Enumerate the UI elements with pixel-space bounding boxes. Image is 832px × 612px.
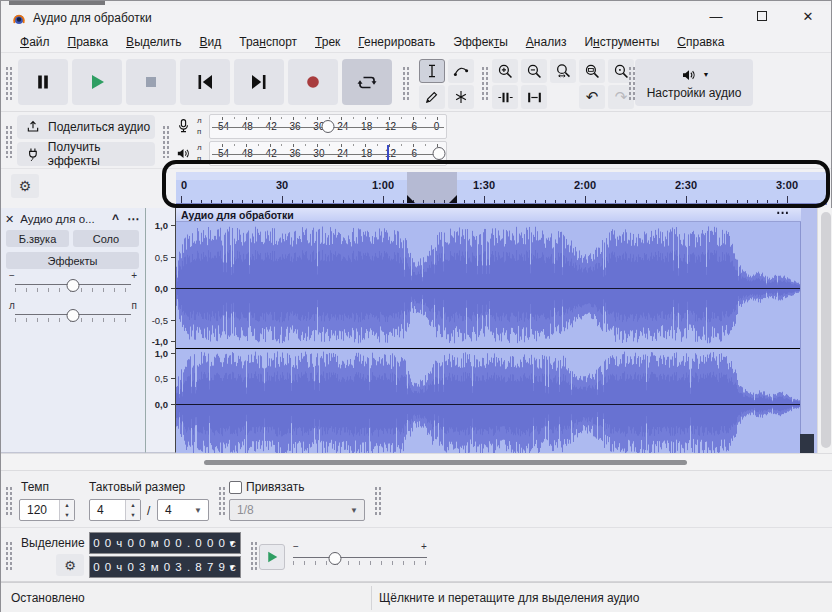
- zoom-in-button[interactable]: [492, 59, 518, 83]
- snap-value-select[interactable]: 1/8 ▼: [229, 499, 365, 521]
- loop-region-strip[interactable]: [176, 172, 827, 180]
- zoom-out-button[interactable]: [521, 59, 547, 83]
- selection-end-field[interactable]: 0 0 ч 0 3 м 0 3 . 8 7 9 с ▼: [89, 556, 241, 578]
- gain-slider-thumb[interactable]: [67, 279, 80, 292]
- menu-item[interactable]: Генерировать: [349, 32, 444, 52]
- horizontal-scrollbar-thumb[interactable]: [204, 460, 687, 465]
- playback-meter-scale[interactable]: -54-48-42-36-30-24-18-12-60: [209, 141, 447, 166]
- skip-to-end-button[interactable]: [234, 59, 284, 105]
- play-volume-slider-thumb[interactable]: [432, 147, 445, 160]
- draw-tool-button[interactable]: [419, 85, 445, 109]
- ruler-tick: [737, 200, 738, 203]
- close-button[interactable]: ✕: [785, 1, 831, 31]
- drag-handle[interactable]: [480, 65, 488, 101]
- waveform-canvas[interactable]: [176, 208, 817, 453]
- fit-project-button[interactable]: [579, 59, 605, 83]
- collapse-track-icon[interactable]: ^: [112, 212, 119, 226]
- pan-slider-thumb[interactable]: [67, 309, 80, 322]
- vertical-scale-ruler[interactable]: 1,00,50,0-0,5-1,01,00,50,0: [146, 208, 176, 453]
- recording-meter-scale[interactable]: -54-48-42-36-30-24-18-12-60: [209, 114, 447, 139]
- snap-checkbox[interactable]: [229, 481, 242, 494]
- menu-item[interactable]: Правка: [59, 32, 118, 52]
- selection-tool-button[interactable]: [419, 59, 445, 83]
- drag-handle[interactable]: [4, 65, 12, 101]
- silence-selection-button[interactable]: [521, 85, 547, 109]
- dropdown-icon[interactable]: ▼: [228, 539, 236, 548]
- drag-handle[interactable]: [401, 65, 409, 101]
- tempo-value[interactable]: 120: [20, 500, 59, 520]
- horizontal-scrollbar[interactable]: [1, 453, 832, 471]
- beats-spinner[interactable]: 4 ▲▼: [89, 499, 141, 521]
- get-effects-button[interactable]: Получить эффекты: [17, 142, 155, 166]
- menu-item[interactable]: Анализ: [517, 32, 576, 52]
- dropdown-icon[interactable]: ▼: [228, 563, 236, 572]
- loop-button[interactable]: [342, 59, 392, 105]
- drag-handle[interactable]: [4, 485, 12, 515]
- track-effects-button[interactable]: Эффекты: [6, 252, 139, 269]
- track-menu-icon[interactable]: ⋯: [127, 212, 139, 226]
- menu-item[interactable]: Вид: [191, 32, 231, 52]
- play-at-speed-button[interactable]: [259, 544, 285, 570]
- selection-start-field[interactable]: 0 0 ч 0 0 м 0 0 . 0 0 0 с ▼: [89, 532, 241, 554]
- undo-button[interactable]: ↶: [579, 85, 605, 109]
- menu-item[interactable]: Выделить: [117, 32, 190, 52]
- clip-menu-icon[interactable]: ⋯: [776, 208, 789, 220]
- play-speed-slider[interactable]: [293, 557, 427, 565]
- record-button[interactable]: [288, 59, 338, 105]
- minimize-button[interactable]: —: [693, 1, 739, 31]
- vertical-scrollbar[interactable]: [817, 208, 832, 453]
- drag-handle[interactable]: [4, 540, 12, 570]
- timeline-ruler[interactable]: 0301:001:302:002:303:00: [176, 172, 827, 205]
- playback-meter[interactable]: лп -54-48-42-36-30-24-18-12-60: [171, 141, 447, 167]
- drag-handle[interactable]: [161, 124, 169, 158]
- drag-handle[interactable]: [4, 124, 12, 158]
- pause-button[interactable]: [18, 59, 68, 105]
- maximize-button[interactable]: [739, 1, 785, 31]
- clip-header-strip[interactable]: Аудио для обработки ⋯: [176, 208, 801, 222]
- drag-handle[interactable]: [373, 485, 381, 515]
- multi-tool-button[interactable]: [448, 85, 474, 109]
- note-value-select[interactable]: 4 ▼: [157, 499, 209, 521]
- zoom-to-selection-button[interactable]: [550, 59, 576, 83]
- selection-options-button[interactable]: ⚙: [56, 554, 84, 576]
- meter-slider-track[interactable]: [212, 154, 444, 155]
- beats-spin-buttons[interactable]: ▲▼: [125, 500, 140, 520]
- waveform-track-area[interactable]: Аудио для обработки ⋯: [176, 208, 817, 453]
- solo-button[interactable]: Соло: [73, 230, 139, 247]
- selection-left-handle[interactable]: [407, 195, 415, 203]
- selection-right-handle[interactable]: [449, 195, 457, 203]
- play-button[interactable]: [72, 59, 122, 105]
- menu-item[interactable]: Трек: [306, 32, 349, 52]
- envelope-tool-button[interactable]: [448, 59, 474, 83]
- selection-start-value[interactable]: 0 0 ч 0 0 м 0 0 . 0 0 0 с: [93, 537, 237, 549]
- timeline-options-button[interactable]: ⚙: [11, 174, 39, 198]
- stop-button[interactable]: [126, 59, 176, 105]
- rec-volume-slider-thumb[interactable]: [322, 120, 335, 133]
- tempo-spinner[interactable]: 120 ▲▼: [19, 499, 75, 521]
- beats-value[interactable]: 4: [90, 500, 125, 520]
- trim-outside-selection-button[interactable]: [492, 85, 518, 109]
- play-speed-slider-thumb[interactable]: [328, 552, 341, 565]
- audio-setup-button[interactable]: ▼ Настройки аудио: [635, 59, 753, 106]
- skip-to-start-button[interactable]: [180, 59, 230, 105]
- close-track-icon[interactable]: ✕: [5, 213, 14, 226]
- drag-handle[interactable]: [249, 540, 257, 570]
- pan-slider[interactable]: [15, 314, 131, 322]
- menu-item[interactable]: Файл: [11, 32, 59, 52]
- mute-button[interactable]: Б.звука: [6, 230, 69, 247]
- menu-item[interactable]: Справка: [668, 32, 733, 52]
- drag-handle[interactable]: [217, 485, 225, 515]
- menu-item[interactable]: Эффекты: [444, 32, 517, 52]
- recording-meter[interactable]: лп -54-48-42-36-30-24-18-12-60: [171, 114, 447, 140]
- menu-item[interactable]: Транспорт: [230, 32, 306, 52]
- menu-item[interactable]: Инструменты: [575, 32, 668, 52]
- selection-end-value[interactable]: 0 0 ч 0 3 м 0 3 . 8 7 9 с: [93, 561, 237, 573]
- tempo-spin-buttons[interactable]: ▲▼: [59, 500, 74, 520]
- track-name[interactable]: Аудио для о...: [20, 213, 112, 225]
- meter-tick: [246, 117, 247, 120]
- gain-slider[interactable]: [15, 284, 131, 292]
- vertical-scrollbar-thumb[interactable]: [821, 212, 831, 448]
- drag-handle[interactable]: [627, 65, 635, 101]
- vertical-scale-label: 1,0: [155, 348, 168, 359]
- share-audio-button[interactable]: Поделиться аудио: [17, 115, 155, 139]
